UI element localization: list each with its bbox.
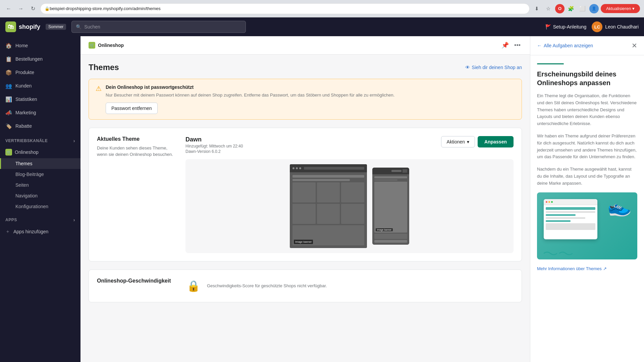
back-arrow-icon: ← xyxy=(537,43,542,48)
sidebar-item-add-apps[interactable]: ＋ Apps hinzufügen xyxy=(0,225,80,238)
apps-section: Apps › ＋ Apps hinzufügen xyxy=(0,215,80,238)
more-info-link[interactable]: Mehr Informationen über Themes ↗ xyxy=(537,266,637,271)
page-content: Themes 👁 Sieh dir deinen Shop an ⚠ Dein … xyxy=(80,55,530,310)
back-button[interactable]: ← xyxy=(4,4,13,13)
aktualisieren-button[interactable]: Aktualisieren ▾ xyxy=(601,4,640,13)
dropdown-chevron-icon: ▾ xyxy=(467,139,469,144)
setup-link[interactable]: 🚩 Setup-Anleitung xyxy=(545,24,587,29)
preview-desktop: Image banner xyxy=(290,164,367,248)
preview-dot-1 xyxy=(292,167,294,169)
orders-icon: 📋 xyxy=(5,56,12,62)
preview-dot-3 xyxy=(299,167,301,169)
star-icon[interactable]: ☆ xyxy=(544,4,553,13)
browser-chrome: ← → ↻ 🔒 beispiel-dropshipping-store.mysh… xyxy=(0,0,644,17)
eye-icon: 👁 xyxy=(465,65,470,70)
onlineshop-icon: 🛒 xyxy=(5,149,12,156)
current-theme-section-title: Aktuelles Theme xyxy=(97,136,177,142)
profile-avatar[interactable]: 👤 xyxy=(589,4,599,13)
extensions-icon[interactable]: 🧩 xyxy=(567,4,576,13)
forward-button[interactable]: → xyxy=(16,4,25,13)
preview-mobile-bar xyxy=(372,168,409,174)
stats-icon: 📊 xyxy=(5,96,12,103)
flag-icon: 🚩 xyxy=(545,24,551,29)
preview-desktop-content: Image banner xyxy=(290,172,367,248)
sidebar-sub-item-konfigurationen[interactable]: Konfigurationen xyxy=(0,201,80,212)
header-search[interactable]: 🔍 xyxy=(71,21,246,33)
passwort-entfernen-button[interactable]: Passwort entfernen xyxy=(106,103,158,114)
preview-mobile: Image banner xyxy=(372,168,409,245)
sidebar-item-produkte[interactable]: 📦 Produkte xyxy=(0,66,80,79)
refresh-button[interactable]: ↻ xyxy=(28,4,38,13)
main-layout: 🏠 Home 📋 Bestellungen 📦 Produkte 👥 Kunde… xyxy=(0,36,644,362)
download-icon[interactable]: ⬇ xyxy=(532,4,542,13)
home-icon: 🏠 xyxy=(5,42,12,49)
aktionen-button[interactable]: Aktionen ▾ xyxy=(441,136,475,147)
pin-button[interactable]: 📌 xyxy=(500,40,510,50)
themes-header: Themes 👁 Sieh dir deinen Shop an xyxy=(89,63,522,72)
user-avatar: LC xyxy=(592,21,602,32)
preview-cell-1 xyxy=(292,182,316,202)
current-theme-card: Aktuelles Theme Deine Kunden sehen diese… xyxy=(89,128,522,261)
theme-name-info: Dawn Hinzugefügt: Mittwoch um 22:40 Dawn… xyxy=(185,136,243,154)
shopify-logo-icon: 🛍 xyxy=(5,21,16,32)
panel-progress-indicator xyxy=(537,63,564,64)
sidebar-item-home[interactable]: 🏠 Home xyxy=(0,39,80,52)
address-bar[interactable]: 🔒 beispiel-dropshipping-store.myshopify.… xyxy=(40,3,530,14)
products-icon: 📦 xyxy=(5,69,12,76)
speed-info: Onlineshop-Geschwindigkeit xyxy=(97,278,177,287)
more-options-button[interactable]: ••• xyxy=(513,41,522,50)
wave-decorations xyxy=(544,251,573,256)
close-panel-button[interactable]: ✕ xyxy=(632,42,637,50)
sidebar-item-statistiken[interactable]: 📊 Statistiken xyxy=(0,93,80,106)
sidebar-item-bestellungen[interactable]: 📋 Bestellungen xyxy=(0,52,80,66)
panel-text-2: Wir haben ein Theme aufgrund deiner Präf… xyxy=(537,133,637,161)
sidebar-sub-item-navigation[interactable]: Navigation xyxy=(0,190,80,201)
warning-text: Nur Besucher mit deinem Passwort können … xyxy=(106,92,394,99)
sidebar-item-kunden[interactable]: 👥 Kunden xyxy=(0,79,80,93)
opera-icon: O xyxy=(555,4,565,13)
sidebar-sub-item-blog[interactable]: Blog-Beiträge xyxy=(0,169,80,180)
sidebar-item-marketing[interactable]: 📣 Marketing xyxy=(0,106,80,119)
anpassen-button[interactable]: Anpassen xyxy=(478,136,514,147)
apps-section-header: Apps › xyxy=(0,215,80,225)
sidebar-item-rabatte[interactable]: 🏷️ Rabatte xyxy=(0,119,80,133)
top-header: 🛍 shopify Sommer 🔍 🚩 Setup-Anleitung LC … xyxy=(0,17,644,36)
warning-content: Dein Onlineshop ist passwortgeschützt Nu… xyxy=(106,84,394,114)
right-panel-content: Erscheinungsbild deines Onlineshops anpa… xyxy=(530,55,644,362)
current-theme-preview: Dawn Hinzugefügt: Mittwoch um 22:40 Dawn… xyxy=(185,136,514,253)
panel-image-visual: 👟 xyxy=(537,192,637,259)
speed-title: Onlineshop-Geschwindigkeit xyxy=(97,278,177,284)
theme-name-row: Dawn Hinzugefügt: Mittwoch um 22:40 Dawn… xyxy=(185,136,514,154)
sidebar-sub-item-themes[interactable]: Themes xyxy=(0,158,80,169)
onlineshop-title: 🛒 Onlineshop xyxy=(89,42,124,49)
sidebar-item-onlineshop[interactable]: 🛒 Onlineshop xyxy=(0,146,80,158)
back-to-tasks-link[interactable]: ← Alle Aufgaben anzeigen xyxy=(537,43,593,48)
theme-added: Hinzugefügt: Mittwoch um 22:40 xyxy=(185,144,243,148)
add-apps-icon: ＋ xyxy=(5,229,10,235)
window-icon[interactable]: ⬜ xyxy=(578,4,587,13)
panel-text-1: Ein Theme legt die Organisation, die Fun… xyxy=(537,93,637,127)
theme-actions: Aktionen ▾ Anpassen xyxy=(441,136,514,147)
marketing-icon: 📣 xyxy=(5,109,12,116)
sidebar: 🏠 Home 📋 Bestellungen 📦 Produkte 👥 Kunde… xyxy=(0,36,80,362)
current-theme-description: Deine Kunden sehen dieses Theme, wenn si… xyxy=(97,145,177,158)
onlineshop-header-icon: 🛒 xyxy=(89,42,95,49)
header-right: 🚩 Setup-Anleitung LC Leon Chaudhari xyxy=(545,21,639,32)
preview-dot-2 xyxy=(296,167,298,169)
warning-banner: ⚠ Dein Onlineshop ist passwortgeschützt … xyxy=(89,79,522,120)
user-info[interactable]: LC Leon Chaudhari xyxy=(592,21,639,32)
browser-icons: ⬇ ☆ O 🧩 ⬜ 👤 Aktualisieren ▾ xyxy=(532,4,640,13)
search-input[interactable] xyxy=(84,24,241,29)
panel-image: 👟 xyxy=(537,192,637,259)
panel-title: Erscheinungsbild deines Onlineshops anpa… xyxy=(537,70,637,87)
preview-shop-link[interactable]: 👁 Sieh dir deinen Shop an xyxy=(465,65,522,70)
panel-browser-mock xyxy=(544,199,597,239)
shoe-icon: 👟 xyxy=(605,194,632,220)
preview-cell-2 xyxy=(317,182,340,202)
content-area: 🛒 Onlineshop 📌 ••• Themes 👁 Sieh dir dei… xyxy=(80,36,530,362)
page-title: Themes xyxy=(89,63,119,72)
sidebar-sub-item-seiten[interactable]: Seiten xyxy=(0,180,80,190)
preview-desktop-bar xyxy=(290,164,367,172)
preview-mobile-banner: Image banner xyxy=(374,182,407,233)
theme-version: Dawn-Version 6.0.2 xyxy=(185,149,243,154)
